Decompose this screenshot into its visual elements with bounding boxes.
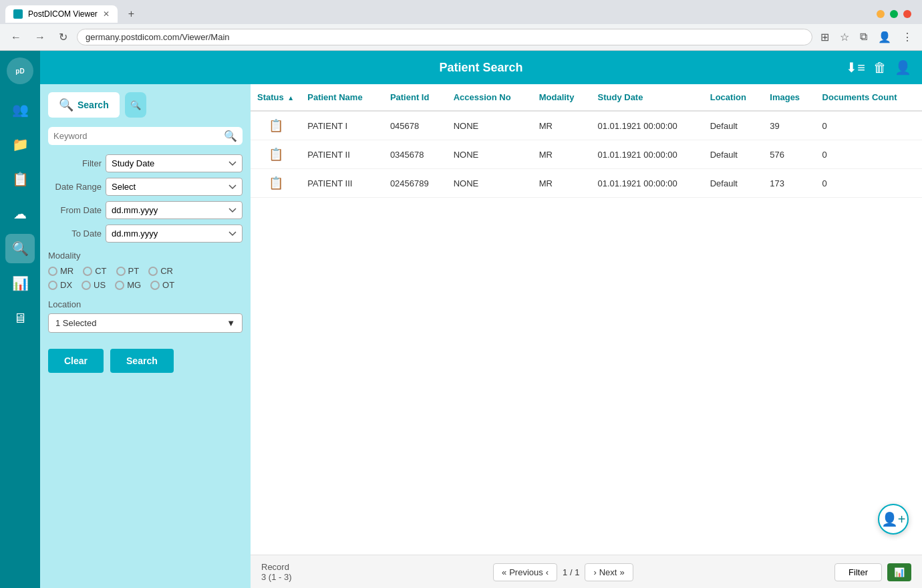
location-value: 1 Selected: [55, 318, 96, 328]
sidebar-item-folder[interactable]: 📁: [5, 130, 35, 159]
table-row[interactable]: 📋 PATIENT I 045678 NONE MR 01.01.1921 00…: [251, 111, 922, 140]
keyword-search-button[interactable]: 🔍: [224, 130, 237, 142]
sidebar-item-monitor[interactable]: 🖥: [5, 303, 35, 333]
sidebar: pD 👥 📁 📋 ☁ 🔍 📊 🖥: [0, 51, 40, 588]
location-title: Location: [48, 299, 243, 309]
modality-mr[interactable]: MR: [48, 266, 73, 276]
from-date-select[interactable]: dd.mm.yyyy: [106, 201, 243, 219]
modality-cr[interactable]: CR: [148, 266, 173, 276]
back-button[interactable]: ←: [7, 29, 25, 46]
filter-row: Filter Study Date Patient Name Patient I…: [48, 154, 243, 172]
radio-mg[interactable]: [115, 281, 124, 290]
tab-close-button[interactable]: ✕: [103, 9, 110, 19]
keyword-input[interactable]: [53, 131, 224, 141]
table-row[interactable]: 📋 PATIENT II 0345678 NONE MR 01.01.1921 …: [251, 140, 922, 169]
excel-export-button[interactable]: 📊: [887, 563, 911, 581]
row-documents-count: 0: [816, 140, 922, 169]
radio-cr[interactable]: [148, 267, 158, 276]
filter-section: Filter Study Date Patient Name Patient I…: [48, 154, 243, 243]
search-panel: 🔍 Search 🔍 🔍 Filter: [40, 84, 251, 588]
row-images: 39: [763, 111, 815, 140]
modality-ot[interactable]: OT: [150, 280, 174, 290]
col-patient-id[interactable]: Patient Id: [383, 84, 447, 111]
col-accession-no[interactable]: Accession No: [447, 84, 532, 111]
minimize-button[interactable]: [877, 10, 885, 18]
new-tab-button[interactable]: +: [123, 4, 140, 24]
forward-button[interactable]: →: [31, 29, 49, 46]
table-row[interactable]: 📋 PATIENT III 02456789 NONE MR 01.01.192…: [251, 169, 922, 198]
radio-us[interactable]: [82, 281, 91, 290]
add-patient-icon: 👤+: [881, 511, 906, 527]
page-title: Patient Search: [439, 61, 522, 75]
modality-title: Modality: [48, 251, 243, 261]
row-documents-count: 0: [816, 169, 922, 198]
col-study-date[interactable]: Study Date: [591, 84, 704, 111]
extensions-icon[interactable]: ⧉: [857, 28, 870, 46]
modality-ct[interactable]: CT: [83, 266, 106, 276]
app-container: pD 👥 📁 📋 ☁ 🔍 📊 🖥 Patient Search ⬇≡ 🗑 👤: [0, 51, 922, 588]
footer-filter-button[interactable]: Filter: [834, 563, 882, 581]
modality-dx[interactable]: DX: [48, 280, 72, 290]
bookmark-icon[interactable]: ☆: [837, 28, 852, 46]
reload-button[interactable]: ↻: [55, 28, 71, 46]
location-select[interactable]: 1 Selected ▼: [48, 313, 243, 333]
col-location[interactable]: Location: [704, 84, 764, 111]
sidebar-item-search[interactable]: 🔍: [5, 234, 35, 263]
record-label: Record: [261, 562, 289, 572]
clear-button[interactable]: Clear: [48, 349, 104, 373]
radio-mr[interactable]: [48, 267, 57, 276]
radio-ct[interactable]: [83, 267, 92, 276]
modality-us[interactable]: US: [82, 280, 106, 290]
row-modality: MR: [532, 140, 591, 169]
address-bar[interactable]: germany.postdicom.com/Viewer/Main: [77, 29, 812, 45]
radio-dx[interactable]: [48, 281, 57, 290]
date-range-select[interactable]: Select Today Last 7 Days Last 30 Days: [106, 178, 243, 196]
advanced-search-icon: 🔍: [130, 100, 141, 110]
search-button[interactable]: Search: [110, 349, 174, 373]
row-patient-id: 045678: [383, 111, 447, 140]
modality-pt[interactable]: PT: [116, 266, 140, 276]
row-status-icon: 📋: [251, 111, 301, 140]
sidebar-item-patients[interactable]: 👥: [5, 95, 35, 124]
close-button[interactable]: [903, 10, 911, 18]
results-table-container: Status ▲ Patient Name Patient Id Accessi…: [251, 84, 922, 555]
browser-tab[interactable]: PostDICOM Viewer ✕: [5, 5, 118, 23]
translate-icon[interactable]: ⊞: [818, 28, 832, 46]
sidebar-item-layers[interactable]: 📋: [5, 164, 35, 194]
row-patient-name: PATIENT III: [301, 169, 383, 198]
previous-button[interactable]: « Previous ‹: [493, 563, 557, 581]
delete-icon[interactable]: 🗑: [873, 60, 887, 76]
modality-section: Modality MR CT PT: [48, 251, 243, 290]
row-accession-no: NONE: [447, 111, 532, 140]
add-patient-button[interactable]: 👤+: [878, 504, 909, 535]
sidebar-item-analytics[interactable]: 📊: [5, 269, 35, 298]
col-modality[interactable]: Modality: [532, 84, 591, 111]
filter-select[interactable]: Study Date Patient Name Patient ID: [106, 154, 243, 172]
row-location: Default: [704, 140, 764, 169]
radio-pt[interactable]: [116, 267, 126, 276]
advanced-search-tab[interactable]: 🔍: [125, 92, 146, 118]
sort-icon[interactable]: ⬇≡: [846, 59, 865, 76]
row-patient-id: 02456789: [383, 169, 447, 198]
col-documents-count[interactable]: Documents Count: [816, 84, 922, 111]
action-buttons: Clear Search: [48, 343, 243, 378]
maximize-button[interactable]: [890, 10, 898, 18]
menu-icon[interactable]: ⋮: [899, 28, 915, 46]
radio-ot[interactable]: [150, 281, 160, 290]
filter-label: Filter: [48, 158, 102, 168]
search-tab[interactable]: 🔍 Search: [48, 92, 120, 118]
profile-icon[interactable]: 👤: [875, 28, 894, 46]
col-images[interactable]: Images: [763, 84, 815, 111]
table-body: 📋 PATIENT I 045678 NONE MR 01.01.1921 00…: [251, 111, 922, 198]
row-patient-name: PATIENT I: [301, 111, 383, 140]
user-icon[interactable]: 👤: [895, 59, 911, 76]
modality-mg[interactable]: MG: [115, 280, 141, 290]
content-area: 🔍 Search 🔍 🔍 Filter: [40, 84, 922, 588]
next-button[interactable]: › Next »: [585, 563, 633, 581]
footer-actions: Filter 📊: [834, 563, 911, 581]
header-actions: ⬇≡ 🗑 👤: [846, 59, 911, 76]
col-patient-name[interactable]: Patient Name: [301, 84, 383, 111]
to-date-select[interactable]: dd.mm.yyyy: [106, 225, 243, 243]
sidebar-item-upload[interactable]: ☁: [5, 199, 35, 229]
main-area: Patient Search ⬇≡ 🗑 👤 🔍 Search 🔍: [40, 51, 922, 588]
